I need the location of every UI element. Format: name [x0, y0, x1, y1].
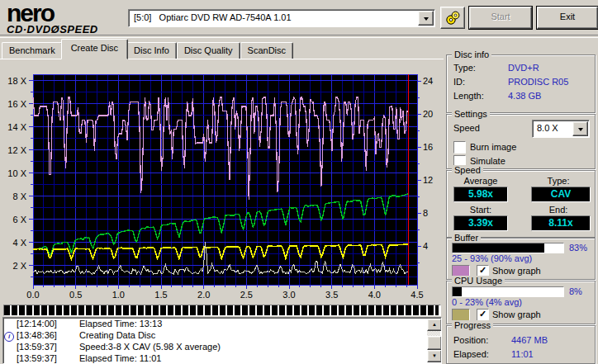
position-strip — [3, 305, 441, 316]
panel-title: Settings — [452, 109, 490, 120]
log-row: [13:59:37] Elapsed Time: 11:01 — [3, 352, 441, 364]
cpu-range: 0 - 23% (4% avg) — [452, 297, 522, 307]
log-panel[interactable]: [12:14:00] Elapsed Time: 13:13 [13:48:36… — [2, 317, 442, 364]
log-timestamp: [12:14:00] — [17, 319, 66, 329]
cpu-meter — [452, 286, 564, 297]
cpu-percent: 8% — [569, 286, 582, 296]
disc-type-value: DVD+R — [508, 63, 539, 73]
average-speed-value: 5.98x — [453, 187, 508, 202]
svg-text:12 X: 12 X — [7, 145, 26, 155]
options-button[interactable] — [440, 7, 465, 29]
svg-text:16 X: 16 X — [7, 99, 26, 109]
drive-selector-value: [5:0] Optiarc DVD RW AD-7540A 1.01 — [134, 12, 292, 22]
start-label: Start: — [450, 205, 511, 215]
svg-text:18 X: 18 X — [7, 76, 26, 86]
elapsed-value: 11:01 — [511, 349, 534, 359]
position-value: 4467 MB — [511, 335, 548, 345]
svg-text:14 X: 14 X — [7, 122, 26, 132]
brand-cd-dvd-speed: CD·DVDØSPEED — [7, 24, 131, 35]
cpu-color-swatch — [452, 309, 470, 321]
log-row: [12:14:00] Elapsed Time: 13:13 — [3, 318, 441, 329]
svg-text:1.5: 1.5 — [154, 290, 167, 300]
svg-text:6 X: 6 X — [12, 215, 26, 225]
buffer-show-graph-label: Show graph — [492, 266, 541, 276]
chevron-down-icon — [578, 128, 583, 134]
svg-text:4.5: 4.5 — [411, 290, 423, 300]
nero-cd-dvd-speed-logo: nero CD·DVDØSPEED — [7, 1, 131, 35]
info-icon — [4, 332, 14, 342]
log-message: Elapsed Time: 11:01 — [79, 353, 161, 364]
svg-text:4: 4 — [423, 241, 428, 251]
disc-glyph-icon: Ø — [51, 23, 60, 35]
log-timestamp: [13:59:37] — [17, 353, 66, 364]
svg-text:1.0: 1.0 — [112, 290, 125, 300]
speed-select[interactable]: 8.0 X — [532, 120, 590, 138]
drive-selector[interactable]: [5:0] Optiarc DVD RW AD-7540A 1.01 — [128, 9, 435, 27]
scrollbar-thumb[interactable] — [427, 336, 442, 350]
log-message: Creating Data Disc — [79, 330, 155, 341]
svg-text:2 X: 2 X — [12, 261, 26, 271]
svg-text:3.5: 3.5 — [325, 290, 338, 300]
create-disc-chart: 0.00.51.01.52.02.53.03.54.04.518 X16 X14… — [0, 62, 443, 301]
svg-text:2.0: 2.0 — [197, 290, 210, 300]
speed-panel: Speed Average Type: 5.98x CAV Start: End… — [446, 170, 596, 238]
tab-disc-info[interactable]: Disc Info — [126, 42, 177, 59]
buffer-range: 25 - 93% (90% avg) — [452, 253, 532, 263]
log-row: [13:48:36] Creating Data Disc — [3, 329, 441, 341]
type-label: Type: — [528, 176, 589, 186]
exit-button[interactable]: Exit — [537, 7, 598, 29]
cpu-usage-panel: CPU Usage 8% 0 - 23% (4% avg) Show graph — [446, 281, 596, 324]
tab-benchmark[interactable]: Benchmark — [2, 42, 63, 59]
panel-title: CPU Usage — [452, 276, 505, 286]
buffer-meter — [452, 243, 564, 253]
svg-text:20: 20 — [423, 109, 433, 119]
svg-text:8: 8 — [423, 208, 428, 218]
cpu-meter-fill — [453, 287, 462, 296]
position-label: Position: — [453, 335, 488, 345]
panel-title: Speed — [452, 165, 483, 176]
panel-title: Progress — [452, 320, 493, 331]
scroll-down-button[interactable]: ▼ — [427, 350, 442, 362]
cpu-show-graph-checkbox[interactable] — [477, 309, 489, 321]
burn-image-label: Burn image — [470, 142, 516, 152]
log-scrollbar[interactable]: ▲ ▼ — [427, 319, 440, 362]
svg-text:12: 12 — [423, 175, 433, 185]
svg-text:3.0: 3.0 — [282, 290, 295, 300]
speed-select-dropdown-button[interactable] — [572, 121, 588, 136]
start-button[interactable]: Start — [469, 7, 532, 29]
toolbar-divider — [0, 35, 598, 38]
average-label: Average — [450, 176, 511, 186]
buffer-panel: Buffer 83% 25 - 93% (90% avg) Show graph — [446, 238, 596, 280]
buffer-percent: 83% — [569, 243, 587, 253]
drive-selector-dropdown-button[interactable] — [418, 11, 434, 26]
end-speed-value: 8.11x — [531, 215, 591, 231]
disc-id-label: ID: — [453, 77, 465, 87]
progress-panel: Progress Position: 4467 MB Elapsed: 11:0… — [446, 325, 596, 364]
burn-image-checkbox[interactable] — [453, 141, 466, 154]
tab-scandisc[interactable]: ScanDisc — [240, 42, 293, 59]
position-strip-fill — [4, 305, 439, 315]
panel-title: Disc info — [452, 50, 491, 60]
settings-panel: Settings Speed 8.0 X Burn image Simulate — [446, 114, 596, 169]
elapsed-label: Elapsed: — [453, 349, 489, 359]
scroll-up-button[interactable]: ▲ — [427, 319, 442, 331]
disc-id-value: PRODISC R05 — [508, 77, 568, 87]
tab-bar: Benchmark Create Disc Disc Info Disc Qua… — [2, 40, 293, 59]
tab-disc-quality[interactable]: Disc Quality — [177, 42, 240, 59]
tab-create-disc[interactable]: Create Disc — [61, 39, 128, 59]
start-speed-value: 3.39x — [453, 215, 508, 231]
discs-icon — [445, 10, 461, 26]
brand-nero: nero — [7, 1, 131, 26]
disc-info-panel: Disc info Type: DVD+R ID: PRODISC R05 Le… — [446, 54, 596, 113]
speed-select-value: 8.0 X — [537, 123, 558, 133]
log-message: Speed:3-8 X CAV (5.98 X average) — [79, 342, 221, 352]
disc-type-label: Type: — [453, 63, 476, 73]
svg-text:2.5: 2.5 — [240, 290, 253, 300]
disc-length-label: Length: — [453, 91, 484, 101]
svg-text:10 X: 10 X — [7, 168, 26, 178]
svg-text:0.0: 0.0 — [26, 290, 39, 300]
buffer-meter-fill — [453, 243, 544, 253]
end-label: End: — [528, 205, 589, 215]
svg-text:4.0: 4.0 — [368, 290, 381, 300]
log-row: [13:59:37] Speed:3-8 X CAV (5.98 X avera… — [3, 341, 441, 352]
